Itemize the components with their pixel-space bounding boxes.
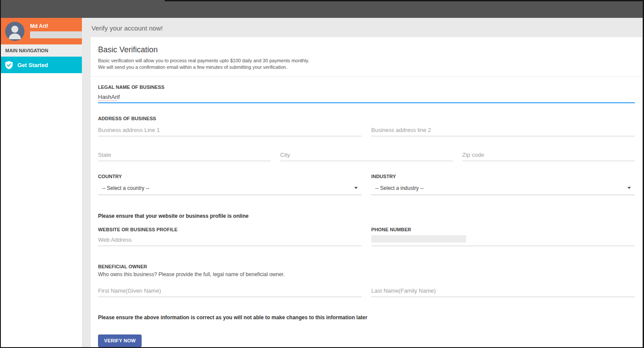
card-header: Basic Verification Basic verification wi… xyxy=(91,37,642,77)
card-title: Basic Verification xyxy=(98,45,635,54)
legal-name-label: LEGAL NAME OF BUSINESS xyxy=(98,84,635,90)
website-input[interactable] xyxy=(98,234,362,246)
app-window: Md Arif MAIN NAVIGATION Get Started Veri… xyxy=(0,0,644,348)
industry-select-value: -- Select a industry -- xyxy=(375,185,424,191)
user-silhouette-icon xyxy=(5,22,24,41)
website-label: WEBSITE OR BUSINESS PROFILE xyxy=(98,227,362,232)
sidebar-user-panel: Md Arif xyxy=(1,18,82,44)
city-input[interactable] xyxy=(280,149,453,161)
user-name: Md Arif xyxy=(30,23,83,29)
spellcheck-squiggle xyxy=(98,101,117,101)
topbar-notch xyxy=(165,0,643,1)
main-content: Verify your account now! Basic Verificat… xyxy=(82,18,643,347)
phone-number-label: PHONE NUMBER xyxy=(371,227,635,232)
industry-select[interactable]: -- Select a industry -- xyxy=(371,183,635,195)
sidebar-empty-area xyxy=(1,73,82,347)
card-description-line-1: Basic verification will allow you to pro… xyxy=(98,57,635,64)
address-line1-input[interactable] xyxy=(98,125,362,136)
sidebar-nav-header: MAIN NAVIGATION xyxy=(1,44,82,57)
phone-number-redacted-box xyxy=(371,235,466,243)
zip-code-input[interactable] xyxy=(462,149,635,161)
country-select-value: -- Select a country -- xyxy=(102,185,149,191)
verification-card: Basic Verification Basic verification wi… xyxy=(91,37,642,347)
last-name-input[interactable] xyxy=(371,285,635,297)
state-input[interactable] xyxy=(98,149,271,161)
beneficial-owner-label: BENEFICIAL OWNER xyxy=(98,264,635,269)
address-line2-input[interactable] xyxy=(371,125,635,136)
browser-topbar xyxy=(1,0,643,18)
verify-now-button[interactable]: VERIFY NOW xyxy=(98,334,142,347)
legal-name-input[interactable] xyxy=(98,91,635,103)
verification-form: LEGAL NAME OF BUSINESS ADDRESS OF BUSINE… xyxy=(91,77,642,347)
beneficial-owner-description: Who owns this business? Please provide t… xyxy=(98,271,635,277)
country-label: COUNTRY xyxy=(98,174,362,179)
address-label: ADDRESS OF BUSINESS xyxy=(98,116,635,121)
industry-label: INDUSTRY xyxy=(371,174,635,179)
shield-check-icon xyxy=(5,61,13,69)
user-email-redacted-box xyxy=(30,31,83,38)
website-online-note: Please ensure that your website or busin… xyxy=(98,213,635,219)
chevron-down-icon xyxy=(627,187,631,189)
card-description-line-2: We will send you a confirmation email wi… xyxy=(98,64,635,71)
user-avatar xyxy=(5,22,24,41)
sidebar-item-label: Get Started xyxy=(17,62,48,68)
first-name-input[interactable] xyxy=(98,285,362,297)
country-select[interactable]: -- Select a country -- xyxy=(98,183,362,195)
sidebar-item-get-started[interactable]: Get Started xyxy=(1,57,82,73)
correct-info-warning: Please ensure the above information is c… xyxy=(98,314,635,321)
page-title: Verify your account now! xyxy=(82,18,643,37)
chevron-down-icon xyxy=(354,187,358,189)
sidebar: Md Arif MAIN NAVIGATION Get Started xyxy=(1,18,82,347)
